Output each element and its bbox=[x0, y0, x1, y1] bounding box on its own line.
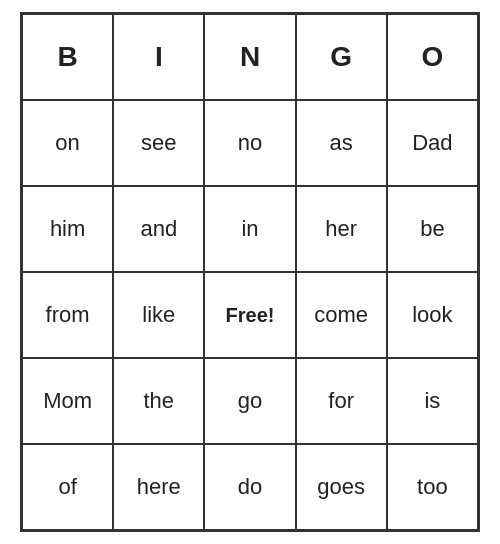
cell-2-5[interactable]: be bbox=[387, 186, 478, 272]
header-N: N bbox=[204, 14, 295, 100]
cell-4-2[interactable]: the bbox=[113, 358, 204, 444]
header-row: B I N G O bbox=[22, 14, 478, 100]
cell-4-3[interactable]: go bbox=[204, 358, 295, 444]
cell-2-3[interactable]: in bbox=[204, 186, 295, 272]
cell-3-2[interactable]: like bbox=[113, 272, 204, 358]
cell-3-4[interactable]: come bbox=[296, 272, 387, 358]
header-G: G bbox=[296, 14, 387, 100]
cell-2-2[interactable]: and bbox=[113, 186, 204, 272]
cell-1-1[interactable]: on bbox=[22, 100, 113, 186]
bingo-card: B I N G O on see no as Dad him and in he… bbox=[20, 12, 480, 532]
cell-5-2[interactable]: here bbox=[113, 444, 204, 530]
header-O: O bbox=[387, 14, 478, 100]
cell-5-5[interactable]: too bbox=[387, 444, 478, 530]
cell-3-5[interactable]: look bbox=[387, 272, 478, 358]
cell-1-3[interactable]: no bbox=[204, 100, 295, 186]
header-B: B bbox=[22, 14, 113, 100]
cell-4-5[interactable]: is bbox=[387, 358, 478, 444]
bingo-row-4: Mom the go for is bbox=[22, 358, 478, 444]
cell-2-1[interactable]: him bbox=[22, 186, 113, 272]
bingo-row-1: on see no as Dad bbox=[22, 100, 478, 186]
cell-3-free[interactable]: Free! bbox=[204, 272, 295, 358]
cell-5-1[interactable]: of bbox=[22, 444, 113, 530]
bingo-row-5: of here do goes too bbox=[22, 444, 478, 530]
cell-3-1[interactable]: from bbox=[22, 272, 113, 358]
cell-4-1[interactable]: Mom bbox=[22, 358, 113, 444]
header-I: I bbox=[113, 14, 204, 100]
cell-5-4[interactable]: goes bbox=[296, 444, 387, 530]
bingo-row-3: from like Free! come look bbox=[22, 272, 478, 358]
cell-1-4[interactable]: as bbox=[296, 100, 387, 186]
cell-1-2[interactable]: see bbox=[113, 100, 204, 186]
cell-2-4[interactable]: her bbox=[296, 186, 387, 272]
bingo-row-2: him and in her be bbox=[22, 186, 478, 272]
cell-5-3[interactable]: do bbox=[204, 444, 295, 530]
cell-1-5[interactable]: Dad bbox=[387, 100, 478, 186]
cell-4-4[interactable]: for bbox=[296, 358, 387, 444]
